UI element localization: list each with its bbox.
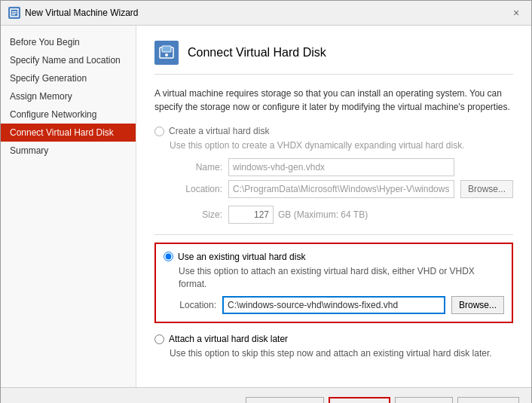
sidebar-item-connect-vhd[interactable]: Connect Virtual Hard Disk <box>1 124 136 142</box>
window-title: New Virtual Machine Wizard <box>25 8 139 18</box>
existing-location-input[interactable] <box>222 296 445 314</box>
use-existing-desc: Use this option to attach an existing vi… <box>179 265 504 291</box>
sidebar-item-summary[interactable]: Summary <box>1 142 136 160</box>
location-input[interactable] <box>228 180 454 198</box>
size-label: Size: <box>170 209 222 220</box>
close-button[interactable]: × <box>509 5 524 20</box>
size-input[interactable] <box>228 206 274 224</box>
create-vhd-desc: Use this option to create a VHDX dynamic… <box>170 139 513 152</box>
location-label: Location: <box>170 184 222 194</box>
use-existing-vhd-section: Use an existing virtual hard disk Use th… <box>154 243 513 324</box>
create-vhd-fields: Name: Location: Browse... <box>170 158 513 198</box>
svg-point-6 <box>165 53 168 56</box>
sidebar-item-specify-generation[interactable]: Specify Generation <box>1 69 136 87</box>
svg-rect-1 <box>12 11 17 12</box>
main-header-title: Connect Virtual Hard Disk <box>188 46 326 60</box>
create-vhd-section: Create a virtual hard disk Use this opti… <box>154 126 513 224</box>
existing-browse-button[interactable]: Browse... <box>451 296 504 314</box>
svg-rect-3 <box>12 14 15 15</box>
sidebar-item-specify-name[interactable]: Specify Name and Location <box>1 51 136 69</box>
sidebar-item-configure-networking[interactable]: Configure Networking <box>1 105 136 124</box>
attach-later-label: Attach a virtual hard disk later <box>169 334 288 344</box>
svg-rect-5 <box>162 46 171 52</box>
titlebar-left: New Virtual Machine Wizard <box>8 7 139 19</box>
create-vhd-label: Create a virtual hard disk <box>169 126 269 136</box>
main-header: Connect Virtual Hard Disk <box>154 41 513 75</box>
size-row: Size: GB (Maximum: 64 TB) <box>170 206 513 224</box>
next-button[interactable]: Next > <box>329 397 390 403</box>
finish-button[interactable]: Finish <box>395 397 453 403</box>
svg-rect-2 <box>12 13 17 14</box>
existing-location-label: Location: <box>164 300 216 310</box>
name-label: Name: <box>170 162 222 172</box>
main-header-icon <box>154 41 179 65</box>
previous-button[interactable]: < Previous <box>246 397 324 403</box>
sidebar: Before You Begin Specify Name and Locati… <box>1 26 136 387</box>
window-icon <box>8 7 20 19</box>
size-unit: GB (Maximum: 64 TB) <box>278 209 368 220</box>
create-vhd-radio-label[interactable]: Create a virtual hard disk <box>154 126 513 136</box>
existing-location-row: Location: Browse... <box>164 296 504 314</box>
content-area: Before You Begin Specify Name and Locati… <box>1 26 531 387</box>
attach-later-radio-label[interactable]: Attach a virtual hard disk later <box>154 334 513 344</box>
create-vhd-radio[interactable] <box>154 127 164 136</box>
titlebar: New Virtual Machine Wizard × <box>1 1 531 26</box>
attach-later-radio[interactable] <box>154 334 164 344</box>
location-browse-button[interactable]: Browse... <box>460 180 513 198</box>
name-input[interactable] <box>228 158 454 176</box>
size-input-wrap: GB (Maximum: 64 TB) <box>228 206 454 224</box>
attach-later-desc: Use this option to skip this step now an… <box>170 347 513 360</box>
attach-later-section: Attach a virtual hard disk later Use thi… <box>154 334 513 360</box>
main-description: A virtual machine requires storage so th… <box>154 87 513 114</box>
sidebar-item-before-you-begin[interactable]: Before You Begin <box>1 33 136 51</box>
footer: < Previous Next > Finish Cancel <box>1 387 531 403</box>
use-existing-radio-label[interactable]: Use an existing virtual hard disk <box>164 252 504 262</box>
separator <box>154 234 513 235</box>
sidebar-item-assign-memory[interactable]: Assign Memory <box>1 87 136 105</box>
wizard-window: New Virtual Machine Wizard × Before You … <box>0 0 532 403</box>
cancel-button[interactable]: Cancel <box>457 397 519 403</box>
main-panel: Connect Virtual Hard Disk A virtual mach… <box>136 26 531 387</box>
use-existing-radio[interactable] <box>164 252 173 261</box>
use-existing-label: Use an existing virtual hard disk <box>178 252 305 262</box>
